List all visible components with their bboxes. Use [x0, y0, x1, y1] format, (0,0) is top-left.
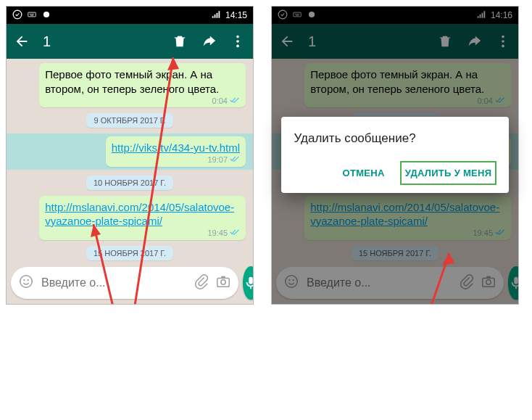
back-icon[interactable]	[14, 33, 30, 49]
selected-row[interactable]: http://viks.tv/434-yu-tv.html 19:07	[7, 133, 253, 170]
delete-dialog: Удалить сообщение? ОТМЕНА УДАЛИТЬ У МЕНЯ	[281, 117, 510, 193]
signal-icon	[211, 9, 221, 22]
svg-rect-1	[28, 12, 36, 17]
emoji-icon[interactable]	[18, 273, 34, 292]
selected-count: 1	[43, 33, 51, 50]
read-ticks-icon	[230, 228, 240, 238]
date-chip: 10 НОЯБРЯ 2017 Г.	[86, 176, 173, 190]
message-bubble[interactable]: http://mslanavi.com/2014/05/salatovoe-vy…	[39, 196, 246, 240]
svg-rect-16	[221, 276, 225, 278]
selection-toolbar: 1	[7, 24, 253, 59]
keyboard-icon	[27, 9, 37, 22]
mic-button[interactable]	[243, 266, 253, 300]
composer-bar	[11, 266, 249, 300]
message-link[interactable]: http://mslanavi.com/2014/05/salatovoe-vy…	[45, 201, 234, 228]
cancel-button[interactable]: ОТМЕНА	[338, 162, 389, 184]
screenshot-right: 14:16 1 Первое фото темный экран. А на в…	[271, 6, 519, 305]
camera-icon[interactable]	[215, 273, 231, 292]
svg-point-12	[23, 279, 25, 281]
svg-point-9	[236, 40, 239, 43]
message-bubble[interactable]: Первое фото темный экран. А на втором, о…	[39, 63, 246, 107]
composer[interactable]	[11, 267, 238, 299]
message-bubble-selected[interactable]: http://viks.tv/434-yu-tv.html 19:07	[106, 136, 246, 167]
message-time: 0:04	[212, 96, 228, 105]
status-badge-icon	[12, 9, 22, 22]
read-ticks-icon	[230, 96, 240, 106]
message-link[interactable]: http://viks.tv/434-yu-tv.html	[112, 141, 240, 154]
trash-icon[interactable]	[172, 33, 188, 49]
message-text: Первое фото темный экран. А на втором, о…	[45, 68, 219, 95]
svg-rect-4	[32, 13, 33, 14]
date-chip: 15 НОЯБРЯ 2017 Г.	[86, 246, 173, 260]
overflow-menu-icon[interactable]	[230, 33, 246, 49]
modal-overlay[interactable]: Удалить сообщение? ОТМЕНА УДАЛИТЬ У МЕНЯ	[272, 7, 518, 304]
attach-icon[interactable]	[194, 273, 209, 292]
chat-indicator-icon	[41, 9, 51, 22]
svg-point-13	[28, 279, 29, 281]
svg-point-7	[43, 11, 49, 17]
chat-area: Первое фото темный экран. А на втором, о…	[7, 59, 253, 304]
message-time: 19:45	[207, 228, 228, 237]
svg-rect-6	[30, 15, 34, 15]
svg-rect-2	[30, 13, 30, 14]
message-time: 19:07	[207, 155, 228, 164]
screenshot-left: 14:15 1 Первое фото темный экран. А на в…	[6, 6, 254, 305]
svg-rect-5	[33, 13, 34, 14]
svg-point-0	[13, 10, 22, 19]
svg-point-11	[20, 275, 33, 287]
read-ticks-icon	[230, 155, 240, 165]
forward-icon[interactable]	[201, 33, 217, 49]
svg-rect-3	[30, 13, 31, 14]
delete-for-me-button[interactable]: УДАЛИТЬ У МЕНЯ	[401, 162, 496, 184]
date-chip: 9 ОКТЯБРЯ 2017 Г.	[86, 113, 173, 128]
svg-point-10	[236, 45, 239, 48]
svg-point-15	[221, 279, 225, 284]
dialog-title: Удалить сообщение?	[294, 131, 496, 146]
message-input[interactable]	[40, 276, 188, 290]
svg-point-8	[236, 36, 239, 38]
status-bar: 14:15	[7, 7, 253, 24]
status-time: 14:15	[225, 10, 247, 20]
